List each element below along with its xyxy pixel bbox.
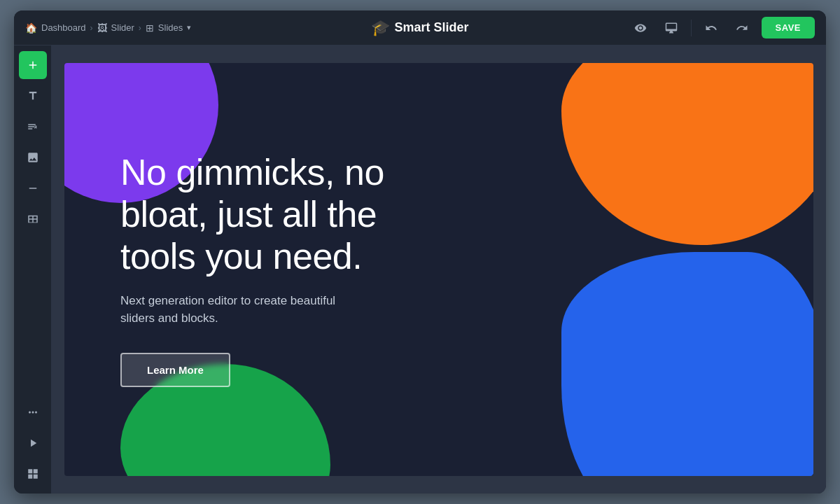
plus-icon bbox=[27, 59, 39, 71]
breadcrumb-slides[interactable]: ⊞ Slides ▾ bbox=[146, 22, 191, 34]
breadcrumb: 🏠 Dashboard › 🖼 Slider › ⊞ Slides ▾ bbox=[25, 22, 191, 34]
sidebar-more-button[interactable] bbox=[19, 398, 47, 426]
app-logo-icon: 🎓 bbox=[371, 19, 390, 37]
layout-icon bbox=[27, 213, 39, 225]
more-icon bbox=[27, 406, 39, 419]
slide-content: No gimmicks, no bloat, just all the tool… bbox=[64, 63, 813, 476]
desktop-icon bbox=[665, 22, 678, 34]
desktop-button[interactable] bbox=[660, 17, 682, 39]
text-icon bbox=[27, 120, 39, 133]
grid-icon bbox=[27, 468, 39, 480]
toolbar-divider bbox=[691, 20, 692, 36]
top-bar-right: SAVE bbox=[629, 17, 815, 39]
save-button[interactable]: SAVE bbox=[762, 17, 815, 38]
slider-icon: 🖼 bbox=[97, 22, 107, 34]
eye-icon bbox=[634, 22, 647, 34]
divider-icon bbox=[27, 182, 39, 195]
slide-heading: No gimmicks, no bloat, just all the tool… bbox=[120, 152, 456, 277]
home-icon: 🏠 bbox=[25, 22, 37, 34]
sidebar-divider-button[interactable] bbox=[19, 174, 47, 202]
main-area: No gimmicks, no bloat, just all the tool… bbox=[14, 46, 826, 493]
heading-icon bbox=[27, 90, 39, 102]
app-title: 🎓 Smart Slider bbox=[371, 19, 468, 37]
learn-more-button[interactable]: Learn More bbox=[120, 353, 230, 387]
image-icon bbox=[27, 151, 39, 164]
sidebar-layout-button[interactable] bbox=[19, 205, 47, 233]
sidebar-play-button[interactable] bbox=[19, 429, 47, 457]
slide-canvas: No gimmicks, no bloat, just all the tool… bbox=[64, 63, 813, 476]
left-sidebar bbox=[14, 46, 52, 493]
sidebar-heading-button[interactable] bbox=[19, 82, 47, 110]
breadcrumb-sep-1: › bbox=[90, 23, 93, 33]
breadcrumb-dashboard-label: Dashboard bbox=[41, 22, 86, 33]
sidebar-text-button[interactable] bbox=[19, 113, 47, 141]
slide-subtext: Next generation editor to create beautif… bbox=[120, 292, 372, 328]
top-bar: 🏠 Dashboard › 🖼 Slider › ⊞ Slides ▾ 🎓 Sm… bbox=[14, 10, 826, 46]
slides-icon: ⊞ bbox=[146, 22, 154, 34]
undo-button[interactable] bbox=[700, 17, 722, 39]
breadcrumb-dashboard[interactable]: 🏠 Dashboard bbox=[25, 22, 86, 34]
app-title-text: Smart Slider bbox=[394, 20, 468, 35]
redo-button[interactable] bbox=[731, 17, 753, 39]
sidebar-image-button[interactable] bbox=[19, 144, 47, 172]
sidebar-add-button[interactable] bbox=[19, 51, 47, 79]
play-icon bbox=[27, 437, 39, 449]
breadcrumb-sep-2: › bbox=[139, 23, 141, 33]
breadcrumb-slider[interactable]: 🖼 Slider bbox=[97, 22, 134, 34]
breadcrumb-slides-label: Slides bbox=[158, 22, 183, 33]
sidebar-grid-button[interactable] bbox=[19, 460, 47, 488]
breadcrumb-slider-label: Slider bbox=[111, 22, 134, 33]
app-window: 🏠 Dashboard › 🖼 Slider › ⊞ Slides ▾ 🎓 Sm… bbox=[14, 10, 826, 493]
preview-eye-button[interactable] bbox=[629, 17, 652, 39]
redo-icon bbox=[736, 22, 748, 34]
canvas-area: No gimmicks, no bloat, just all the tool… bbox=[52, 46, 826, 493]
breadcrumb-dropdown-icon: ▾ bbox=[187, 23, 191, 32]
undo-icon bbox=[705, 22, 718, 34]
